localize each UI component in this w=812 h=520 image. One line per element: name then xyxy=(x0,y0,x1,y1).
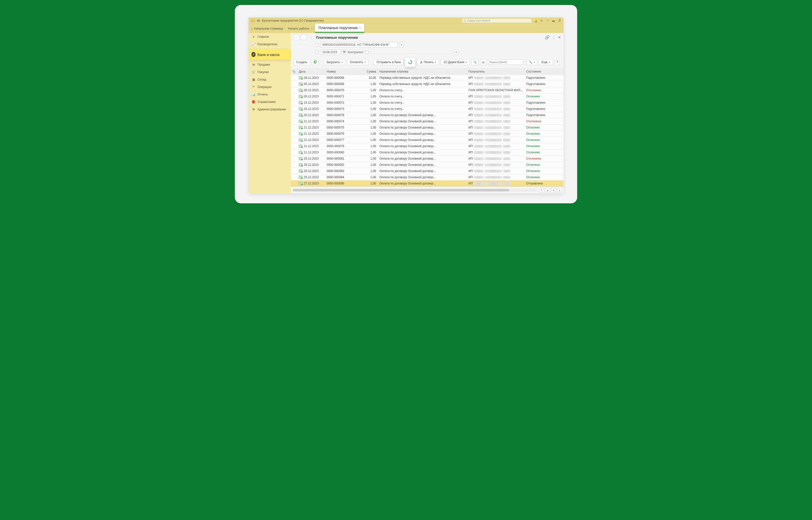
table-row[interactable]: 05.12.2023 0000-000071 1,00 Оплата по сч… xyxy=(291,94,564,100)
table-row[interactable]: 21.12.2023 0000-000080 1,00 Оплата по до… xyxy=(291,149,564,156)
col-date[interactable]: Дата↓ xyxy=(297,69,325,75)
toolbar-search-input[interactable] xyxy=(489,61,517,63)
directbank-button[interactable]: 1С:ДиректБанк▼ xyxy=(441,59,470,65)
tab-home[interactable]: ⌂ Начальная страница xyxy=(248,26,285,31)
table-row[interactable]: 20.12.2023 0000-000078 1,00 Оплата по до… xyxy=(291,112,564,118)
cell-status: Отклонено xyxy=(525,118,564,124)
table-row[interactable]: 25.12.2023 0000-000081 1,00 Оплата по до… xyxy=(291,156,564,162)
sidebar-item-gear[interactable]: ⚙Администрирование xyxy=(248,106,291,113)
tab-payments[interactable]: Платежные поручения × xyxy=(315,24,364,32)
table-row[interactable]: 25.12.2023 0000-000082 1,00 Оплата по до… xyxy=(291,162,564,168)
nav-fwd-button[interactable]: → xyxy=(301,34,307,40)
table-row[interactable]: 21.12.2023 0000-000079 1,00 Оплата по до… xyxy=(291,143,564,149)
toolbar-search[interactable]: × xyxy=(488,59,525,65)
cell-number: 0000-000068 xyxy=(325,75,353,81)
table-row[interactable]: 21.12.2023 0000-000077 1,00 Оплата по до… xyxy=(291,137,564,143)
chevron-down-icon[interactable]: ▾ xyxy=(454,49,458,55)
create-button[interactable]: Создать xyxy=(293,59,310,65)
sidebar-item-bag[interactable]: 🛍Продажи xyxy=(248,61,291,68)
search-placeholder: Поиск Ctrl+Shift+F xyxy=(467,19,490,22)
copy-button[interactable] xyxy=(312,59,319,65)
close-icon[interactable]: × xyxy=(311,27,313,30)
cell-desc: Оплата по договору Основной договор... xyxy=(378,125,467,130)
hamburger-icon[interactable] xyxy=(257,20,260,22)
cell-status: Оплачено xyxy=(525,174,564,180)
user-icon[interactable]: ▬ xyxy=(551,19,556,23)
cell-desc: Оплата по договору Основной договор... xyxy=(378,118,467,124)
cell-recipient: ИП xyxy=(467,143,525,149)
checkbox-date[interactable] xyxy=(316,51,319,54)
table-row[interactable]: 20.12.2023 0000-000073 1,00 Оплата по сч… xyxy=(291,106,564,112)
calendar-icon[interactable]: 📅 xyxy=(342,49,346,55)
menu-icon[interactable]: ☰ xyxy=(558,19,562,23)
cell-sum: 1,00 xyxy=(353,81,378,87)
checkbox-bank[interactable] xyxy=(316,43,319,47)
table-row[interactable]: 21.12.2023 0000-000074 1,00 Оплата по до… xyxy=(291,118,564,125)
checkbox-counterparty[interactable] xyxy=(365,51,369,54)
sidebar-item-ops[interactable]: ᴬᵏОперации xyxy=(248,83,291,91)
search-menu-button[interactable]: 🔍▼ xyxy=(527,59,537,65)
nav-down-icon[interactable]: ▾ xyxy=(551,188,556,192)
table-row[interactable]: 28.11.2023 0000-000068 10,00 Перевод соб… xyxy=(291,75,564,81)
clear-icon[interactable]: × xyxy=(522,60,524,64)
table-row[interactable]: 05.12.2023 0000-000070 1,00 Оплата по сч… xyxy=(291,87,564,94)
nav-last-icon[interactable]: ⤓ xyxy=(557,188,562,192)
bell-icon[interactable]: 🔔 xyxy=(534,19,538,23)
date-filter[interactable]: 19.09.2023 xyxy=(320,49,340,55)
kebab-icon[interactable]: ⋮ xyxy=(552,35,556,40)
close-icon[interactable]: × xyxy=(359,26,361,30)
counterparty-filter[interactable] xyxy=(370,51,452,53)
col-number[interactable]: Номер xyxy=(325,69,353,75)
col-sum[interactable]: Сумма xyxy=(353,69,378,75)
col-status[interactable]: Состояние xyxy=(525,69,564,75)
document-icon xyxy=(299,101,302,104)
more-button[interactable]: Еще▼ xyxy=(539,59,553,65)
chevron-down-icon[interactable]: ▾ xyxy=(399,42,403,48)
related-button[interactable]: 🗂 xyxy=(480,59,487,65)
col-attach[interactable]: 📎 xyxy=(291,69,297,75)
col-desc[interactable]: Назначение платежа xyxy=(378,69,467,75)
upload-button[interactable]: Загрузить▼ xyxy=(324,59,346,65)
cell-number: 0000-000077 xyxy=(325,137,353,143)
document-icon xyxy=(299,113,302,116)
nav-back-button[interactable]: ← xyxy=(293,34,299,40)
tab-start[interactable]: Начало работы × xyxy=(285,26,315,31)
document-icon xyxy=(299,157,302,160)
table-row[interactable]: 21.12.2023 0000-000075 1,00 Оплата по до… xyxy=(291,125,564,131)
cell-desc: Оплата по счету... xyxy=(378,106,467,112)
table-row[interactable]: 27.12.2023 0000-000085 1,00 Оплата по до… xyxy=(291,180,564,187)
table-row[interactable]: 15.12.2023 0000-000072 1,00 Оплата по сч… xyxy=(291,100,564,106)
star-icon[interactable]: ☆ xyxy=(546,19,549,23)
table-row[interactable]: 25.12.2023 0000-000084 1,00 Оплата по до… xyxy=(291,174,564,180)
sidebar-item-ruble[interactable]: ₽Банк и касса xyxy=(248,49,290,60)
sidebar-item-menu[interactable]: ≡Главное xyxy=(248,33,291,41)
sidebar-item-book[interactable]: 📕Справочники xyxy=(248,98,291,106)
attach-button[interactable]: 📎 xyxy=(471,59,478,65)
sidebar-item-trend[interactable]: 📈Руководителю xyxy=(248,41,291,48)
help-button[interactable]: ? xyxy=(555,59,560,65)
bank-account-filter[interactable]: 40802810100005333316, АО "ТИНЬКОФФ БАНК" xyxy=(320,42,397,48)
table-row[interactable]: 05.12.2023 0000-000069 1,00 Перевод собс… xyxy=(291,81,564,87)
table-row[interactable]: 21.12.2023 0000-000076 1,00 Оплата по до… xyxy=(291,131,564,137)
pay-button[interactable]: Оплатить▼ xyxy=(347,59,369,65)
col-recipient[interactable]: Получатель xyxy=(467,69,525,75)
sidebar-item-boxes[interactable]: ▦Склад xyxy=(248,76,291,83)
search-header[interactable]: Поиск Ctrl+Shift+F xyxy=(462,18,532,23)
sidebar-item-cart[interactable]: 🛒Покупки xyxy=(248,68,291,76)
cell-date: 20.12.2023 xyxy=(297,112,325,118)
cell-desc: Оплата по договору Основной договор... xyxy=(378,131,467,137)
nav-first-icon[interactable]: ⤒ xyxy=(539,188,544,192)
refresh-button[interactable] xyxy=(405,57,415,67)
nav-up-icon[interactable]: ▴ xyxy=(545,188,550,192)
sidebar-item-chart[interactable]: 📊Отчеты xyxy=(248,91,291,98)
history-icon[interactable]: ↻ xyxy=(540,19,544,23)
cell-number: 0000-000073 xyxy=(325,106,353,112)
send-bank-button[interactable]: Отправить в банк xyxy=(374,59,403,65)
horizontal-scrollbar[interactable] xyxy=(292,188,538,192)
link-icon[interactable]: 🔗 xyxy=(545,35,550,40)
print-button[interactable]: 🖨Печать▼ xyxy=(417,59,439,65)
star-icon[interactable]: ☆ xyxy=(309,35,313,39)
tab-start-label: Начало работы xyxy=(288,27,309,30)
close-icon[interactable]: ✕ xyxy=(558,35,561,40)
table-row[interactable]: 25.12.2023 0000-000083 1,00 Оплата по до… xyxy=(291,168,564,174)
